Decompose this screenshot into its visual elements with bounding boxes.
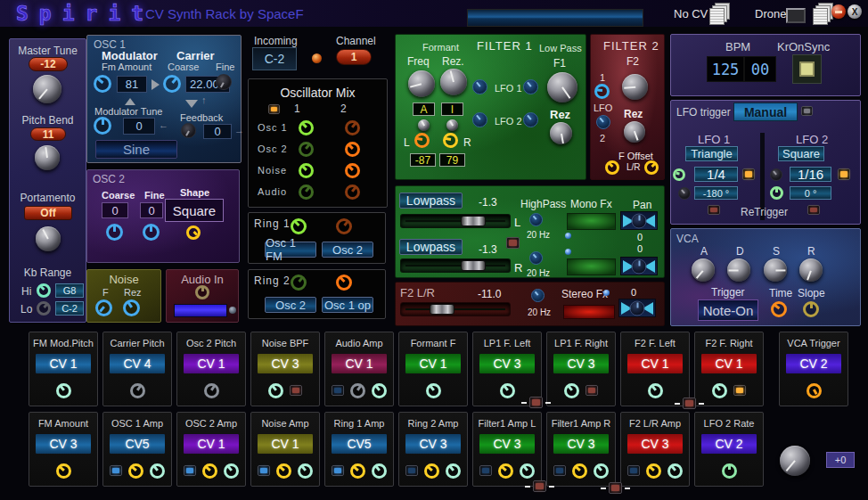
cv-depth-knob-yellow[interactable] [128, 463, 143, 479]
ring1-src1-button[interactable]: Osc 1 FM [265, 242, 316, 258]
cv-depth-knob-yellow[interactable] [350, 463, 365, 479]
cv-depth-knob-yellow[interactable] [498, 463, 513, 479]
cv-list-icon[interactable] [709, 8, 725, 25]
cv-assignment-display[interactable]: CV 1 [183, 353, 240, 374]
kb-hi-knob[interactable] [37, 283, 51, 298]
mix-bus2-knob[interactable] [345, 184, 360, 200]
f1-cutoff-knob[interactable] [547, 72, 577, 102]
lfo1-sync-button[interactable] [742, 168, 755, 180]
cv-assignment-display[interactable]: CV 3 [553, 433, 610, 455]
lfo1-rate-knob[interactable] [673, 168, 685, 181]
cv-assignment-display[interactable]: CV 3 [479, 353, 536, 374]
cv-assignment-display[interactable]: CV 1 [35, 353, 92, 374]
cv-assignment-display[interactable]: CV 1 [183, 433, 240, 455]
cv-assignment-display[interactable]: CV 2 [785, 353, 842, 374]
mix-bus2-knob[interactable] [345, 163, 360, 178]
cv-mode-button-blue[interactable] [627, 465, 640, 476]
f1-lfo2-amount-knob-a[interactable] [472, 112, 487, 127]
cv-depth-knob-teal[interactable] [500, 383, 515, 398]
f-offset-r-knob[interactable] [644, 160, 659, 175]
noise-rez-knob[interactable] [123, 299, 140, 316]
nudge-up-icon[interactable] [125, 93, 135, 105]
cv-depth-knob-teal[interactable] [372, 383, 387, 398]
bpm-main-display[interactable]: 125 [707, 56, 744, 82]
cv-mode-button-blue[interactable] [110, 465, 122, 476]
ring2-knob-a[interactable] [291, 275, 307, 291]
offset-display[interactable]: +0 [826, 452, 855, 468]
cv-assignment-display[interactable]: CV 3 [479, 433, 536, 455]
formant-rez-knob[interactable] [440, 69, 467, 95]
cv-mode-button-blue[interactable] [405, 465, 418, 476]
lowpass-l-slider[interactable] [400, 214, 511, 228]
cv-assignment-display[interactable]: CV5 [331, 433, 388, 455]
lfo2-phase-display[interactable]: 0 ° [790, 186, 831, 200]
link-button[interactable] [533, 480, 546, 492]
f1-lfo1-amount-knob-a[interactable] [472, 79, 487, 94]
master-tune-value[interactable]: -12 [29, 57, 68, 71]
mix-bus1-knob[interactable] [299, 142, 314, 157]
pitch-bend-value[interactable]: 11 [30, 127, 66, 141]
cv-assignment-display[interactable]: CV 3 [553, 353, 610, 374]
drone-toggle-button[interactable] [786, 8, 806, 23]
cv-mode-button-red[interactable] [290, 385, 302, 396]
cv-depth-knob-teal[interactable] [224, 463, 239, 479]
cv-depth-knob-teal[interactable] [594, 463, 609, 479]
osc1-mod-tune-value[interactable]: 0 [123, 118, 155, 135]
cv-assignment-display[interactable]: CV 1 [257, 433, 314, 455]
cv-depth-knob-yellow[interactable] [424, 463, 439, 479]
cv-assignment-display[interactable]: CV 1 [626, 353, 684, 374]
link-button[interactable] [609, 482, 622, 494]
vca-attack-knob[interactable] [692, 258, 715, 282]
cv-depth-knob-teal[interactable] [56, 383, 71, 398]
formant-l-value[interactable]: -87 [410, 153, 436, 167]
osc2-fine-value[interactable]: 0 [140, 202, 163, 218]
cv-mode-button-blue[interactable] [332, 385, 344, 396]
vca-release-knob[interactable] [799, 258, 823, 282]
lowpass-r-slider-handle[interactable] [461, 260, 486, 271]
lfo1-rate-display[interactable]: 1/4 [694, 167, 738, 182]
cv-assignment-display[interactable]: CV 3 [257, 353, 314, 374]
kronsync-button[interactable] [792, 54, 822, 84]
lowpass-r-slider[interactable] [400, 258, 511, 273]
cv-depth-knob-teal[interactable] [150, 463, 165, 479]
cv-depth-knob-teal[interactable] [426, 383, 441, 398]
cv-assignment-display[interactable]: CV5 [109, 433, 166, 455]
cv-mode-button-blue[interactable] [258, 465, 270, 476]
cv-assignment-display[interactable]: CV 3 [405, 433, 462, 455]
kb-hi-value[interactable]: G8 [55, 283, 84, 298]
cv-depth-knob-teal[interactable] [268, 383, 283, 398]
f2lr-slider[interactable] [400, 302, 511, 316]
f2-lfo2-amount-knob[interactable] [596, 115, 610, 129]
f1-rez-knob[interactable] [550, 122, 572, 144]
pan-l-control[interactable] [620, 211, 658, 230]
lfo1-phase-display[interactable]: -180 ° [694, 186, 738, 200]
osc2-shape-display[interactable]: Square [165, 199, 224, 222]
osc1-fm-amount-knob[interactable] [94, 75, 111, 93]
pan-l-knob[interactable] [632, 213, 647, 228]
lowpass-l-button[interactable]: Lowpass [399, 193, 463, 209]
cv-depth-knob-teal[interactable] [520, 463, 535, 479]
ring1-knob-b[interactable] [336, 218, 352, 234]
cv-assignment-display[interactable]: CV 4 [109, 353, 166, 374]
lfo2-rate-knob[interactable] [770, 168, 782, 181]
f1-lfo2-amount-knob-b[interactable] [523, 112, 538, 127]
osc1-wave-button[interactable]: Sine [95, 140, 177, 159]
formant-freq-knob[interactable] [408, 70, 435, 97]
vca-slope-knob[interactable] [803, 301, 819, 317]
cv-assignment-display[interactable]: CV 1 [405, 353, 462, 374]
mix-bus2-knob[interactable] [345, 142, 360, 157]
f2lr-slider-handle[interactable] [430, 304, 454, 315]
lr-link-button[interactable] [506, 237, 520, 249]
osc2-shape-knob[interactable] [186, 225, 201, 240]
cv-depth-knob-gray[interactable] [204, 383, 219, 398]
cv-depth-knob-teal[interactable] [712, 383, 727, 398]
vowel-left-display[interactable]: A [413, 102, 435, 116]
ring2-src1-button[interactable]: Osc 2 [265, 297, 316, 313]
osc1-feedback-value[interactable]: 0 [203, 124, 232, 139]
lowpass-r-button[interactable]: Lowpass [399, 239, 463, 255]
cv-depth-knob-teal[interactable] [298, 463, 313, 479]
osc2-coarse-value[interactable]: 0 [102, 202, 128, 218]
cv-depth-knob-green[interactable] [722, 463, 737, 479]
lfo2-phase-knob[interactable] [770, 186, 783, 200]
cv-depth-knob-teal[interactable] [446, 463, 461, 479]
